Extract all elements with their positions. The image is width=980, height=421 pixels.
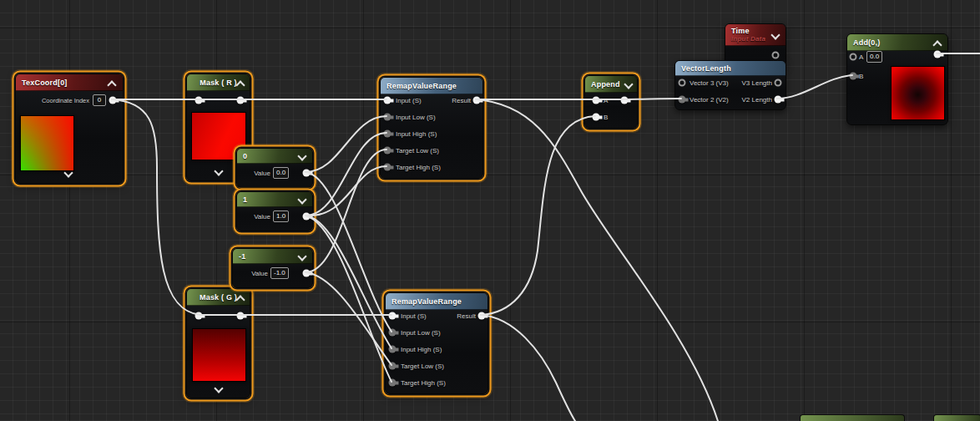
remap-bottom-input-label: Input (S) [401, 312, 427, 320]
append-b-pin[interactable] [593, 114, 600, 121]
node-remap-value-range-bottom[interactable]: RemapValueRange Input (S) Result Input L… [385, 292, 488, 394]
constant-neg1-output-pin[interactable] [303, 270, 311, 277]
partial-node-header[interactable] [933, 414, 980, 421]
node-texcoord[interactable]: TexCoord[0] Coordinate Index 0 [15, 74, 124, 184]
node-remap-top-title: RemapValueRange [386, 82, 477, 90]
remap-bottom-input-pin[interactable] [389, 312, 397, 320]
wire-const1-to-remaptop-targethigh [306, 166, 386, 216]
v3-length-output-pin[interactable] [775, 79, 782, 87]
constant-0-value[interactable]: 0.0 [273, 167, 289, 179]
append-a-pin[interactable] [593, 97, 600, 104]
vector3-input-pin[interactable] [679, 79, 686, 87]
node-mask-g[interactable]: Mask ( G ) [186, 288, 250, 398]
material-graph-canvas[interactable]: TexCoord[0] Coordinate Index 0 Mask ( R … [0, 0, 980, 421]
v3-length-label: V3 Length [742, 79, 772, 87]
remap-top-target-high-label: Target High (S) [396, 164, 441, 171]
expand-chevron-icon[interactable] [214, 383, 223, 393]
add-result-preview [891, 66, 945, 120]
node-add-title: Add(0,) [853, 38, 942, 47]
node-constant-neg1[interactable]: -1 Value -1.0 [232, 248, 313, 288]
remap-bottom-target-high-label: Target High (S) [401, 379, 446, 387]
node-vector-length-title: VectorLength [681, 64, 780, 73]
remap-bottom-target-high-pin[interactable] [389, 379, 397, 387]
remap-bottom-input-high-label: Input High (S) [401, 346, 442, 353]
node-remap-top-header[interactable]: RemapValueRange [381, 78, 482, 94]
node-constant-1[interactable]: 1 Value 1.0 [236, 191, 313, 231]
remap-top-input-low-label: Input Low (S) [396, 114, 436, 121]
coordinate-index-value[interactable]: 0 [93, 94, 106, 106]
append-b-label: B [604, 114, 608, 121]
vector2-input-pin[interactable] [679, 96, 686, 104]
wire-const0-to-remapbottom-inputlow [306, 172, 391, 332]
node-mask-r-header[interactable]: Mask ( R ) [187, 74, 250, 91]
node-append[interactable]: Append A B [584, 75, 638, 129]
node-append-header[interactable]: Append [585, 76, 637, 93]
node-constant-neg1-header[interactable]: -1 [233, 249, 312, 264]
node-constant-0-header[interactable]: 0 [237, 149, 312, 164]
node-constant-0[interactable]: 0 Value 0.0 [236, 148, 313, 188]
node-time-title: Time [731, 27, 750, 35]
remap-bottom-input-high-pin[interactable] [389, 346, 397, 353]
add-output-pin[interactable] [934, 51, 942, 58]
node-add[interactable]: Add(0,) A 0.0 B [846, 33, 948, 125]
coordinate-index-label: Coordinate Index [42, 97, 89, 104]
add-b-label: B [859, 73, 863, 80]
mask-r-input-pin[interactable] [195, 97, 203, 104]
collapse-chevron-icon[interactable] [770, 30, 780, 39]
append-output-pin[interactable] [621, 97, 629, 104]
add-a-pin[interactable] [850, 53, 857, 61]
remap-bottom-target-low-pin[interactable] [389, 363, 397, 370]
wire-constneg1-to-remaptop-targetlow [306, 150, 386, 272]
remap-top-input-low-pin[interactable] [384, 114, 391, 121]
remap-top-target-low-pin[interactable] [384, 147, 391, 155]
node-constant-1-header[interactable]: 1 [237, 192, 312, 207]
v2-length-label: V2 Length [742, 96, 772, 104]
node-vector-length-header[interactable]: VectorLength [675, 61, 786, 76]
wire-constneg1-to-remapbottom-targetlow [306, 272, 391, 365]
value-label: Value [254, 213, 270, 221]
remap-top-input-pin[interactable] [384, 97, 391, 104]
wire-const1-to-remapbottom-targethigh [306, 216, 391, 382]
vector2-input-label: Vector 2 (V2) [690, 96, 729, 104]
remap-bottom-input-low-pin[interactable] [389, 329, 397, 337]
node-mask-g-header[interactable]: Mask ( G ) [187, 289, 250, 306]
remap-top-target-high-pin[interactable] [384, 164, 391, 171]
mask-r-output-pin[interactable] [237, 97, 245, 104]
node-vector-length[interactable]: VectorLength Vector 3 (V3) V3 Length Vec… [674, 60, 786, 110]
remap-top-target-low-label: Target Low (S) [396, 147, 439, 155]
mask-g-input-pin[interactable] [195, 312, 203, 320]
node-remap-value-range-top[interactable]: RemapValueRange Input (S) Result Input L… [380, 77, 483, 179]
node-time-subtitle: Input Data [731, 35, 765, 43]
node-time-header[interactable]: Time Input Data [725, 24, 786, 46]
remap-top-input-high-label: Input High (S) [396, 130, 437, 138]
wire-const0-to-remaptop-inputlow [306, 116, 386, 172]
constant-1-value[interactable]: 1.0 [273, 210, 289, 222]
constant-1-output-pin[interactable] [303, 213, 311, 221]
texcoord-uv-preview [20, 115, 74, 171]
texcoord-output-pin[interactable] [109, 97, 117, 104]
v2-length-output-pin[interactable] [775, 96, 782, 104]
node-texcoord-header[interactable]: TexCoord[0] [16, 74, 123, 91]
node-remap-bottom-header[interactable]: RemapValueRange [386, 293, 487, 310]
remap-bottom-result-pin[interactable] [478, 312, 486, 320]
vector3-input-label: Vector 3 (V3) [690, 79, 729, 87]
constant-neg1-value[interactable]: -1.0 [270, 267, 289, 279]
add-b-pin[interactable] [850, 73, 857, 80]
expand-chevron-icon[interactable] [214, 166, 223, 175]
time-output-pin[interactable] [772, 52, 780, 59]
remap-bottom-target-low-label: Target Low (S) [401, 363, 444, 370]
remap-bottom-input-low-label: Input Low (S) [401, 329, 441, 337]
wire-const1-to-remaptop-inputhigh [306, 133, 386, 216]
node-add-header[interactable]: Add(0,) [847, 34, 947, 51]
wire-layer [0, 0, 980, 421]
wire-remaptop-result-to-append-a-to-vectorlength-v2 [476, 99, 681, 99]
wire-vectorlength-v2len-to-add-b [777, 75, 852, 99]
remap-bottom-result-label: Result [457, 312, 476, 320]
mask-g-preview [192, 328, 246, 382]
mask-g-output-pin[interactable] [237, 312, 245, 320]
remap-top-result-pin[interactable] [473, 97, 481, 104]
constant-0-output-pin[interactable] [303, 170, 311, 177]
remap-top-input-high-pin[interactable] [384, 130, 391, 138]
partial-node-header[interactable] [800, 414, 905, 421]
add-a-value[interactable]: 0.0 [866, 51, 882, 63]
